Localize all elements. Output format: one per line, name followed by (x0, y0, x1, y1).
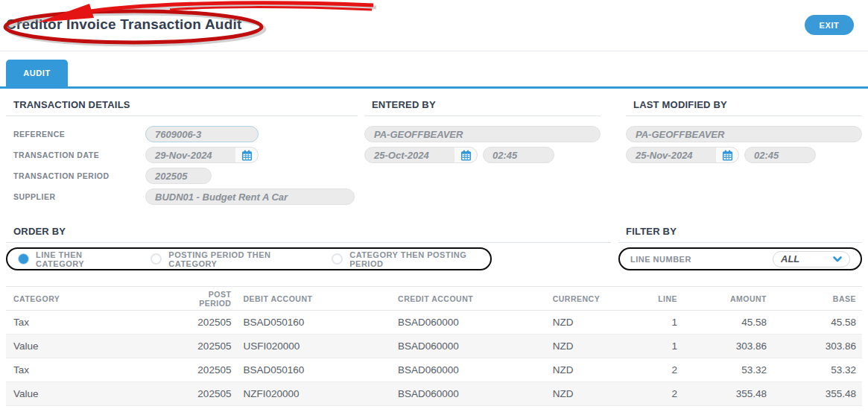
cell-amount: 303.86 (683, 335, 773, 358)
cell-currency: NZD (547, 311, 637, 335)
summary-sections: TRANSACTION DETAILS REFERENCE 7609006-3 … (6, 99, 862, 209)
audit-table: CATEGORY POST PERIOD DEBIT ACCOUNT CREDI… (6, 286, 862, 406)
table-header-row: CATEGORY POST PERIOD DEBIT ACCOUNT CREDI… (6, 287, 862, 311)
cell-line: 1 (637, 335, 683, 358)
cell-category: Tax (6, 311, 168, 335)
reference-field-row: REFERENCE 7609006-3 (6, 126, 358, 142)
last-modified-date-value: 25-Nov-2024 (636, 150, 693, 161)
cell-post-period: 202505 (168, 382, 238, 406)
last-modified-by-heading: LAST MODIFIED BY (626, 99, 862, 116)
content-area: TRANSACTION DETAILS REFERENCE 7609006-3 … (0, 89, 868, 406)
filter-by-group: LINE NUMBER ALL (618, 247, 862, 270)
cell-base: 355.48 (773, 382, 862, 406)
tab-audit[interactable]: AUDIT (6, 60, 68, 86)
transaction-details-heading: TRANSACTION DETAILS (6, 99, 358, 116)
col-category: CATEGORY (6, 287, 168, 311)
cell-category: Value (6, 382, 168, 406)
col-base: BASE (773, 287, 862, 311)
audit-table-body: Tax 202505 BSAD050160 BSAD060000 NZD 1 4… (6, 311, 862, 406)
filter-by-section: FILTER BY LINE NUMBER ALL (618, 226, 862, 270)
table-row: Tax 202505 BSAD050160 BSAD060000 NZD 1 4… (6, 311, 862, 335)
cell-credit-account: BSAD060000 (392, 311, 547, 335)
cell-amount: 53.32 (683, 358, 773, 382)
order-by-options-group: LINE THEN CATEGORY POSTING PERIOD THEN C… (6, 247, 492, 270)
radio-label: POSTING PERIOD THEN CATEGORY (168, 250, 299, 268)
last-modified-user-field: PA-GEOFFBEAVER (626, 126, 862, 142)
entered-by-time-value: 02:45 (492, 150, 517, 161)
radio-label: LINE THEN CATEGORY (36, 250, 118, 268)
radio-unselected-icon[interactable] (332, 253, 343, 264)
line-number-dropdown-value: ALL (781, 253, 799, 264)
order-by-heading: ORDER BY (6, 226, 611, 243)
cell-currency: NZD (547, 382, 637, 406)
cell-category: Value (6, 335, 168, 358)
cell-post-period: 202505 (168, 358, 238, 382)
creditor-invoice-transaction-audit-page: Creditor Invoice Transaction Audit EXIT … (0, 0, 868, 415)
calendar-icon[interactable] (716, 148, 738, 162)
radio-category-then-posting-period[interactable]: CATEGORY THEN POSTING PERIOD (332, 250, 480, 268)
order-filter-row: ORDER BY LINE THEN CATEGORY POSTING PERI… (6, 226, 862, 270)
cell-line: 1 (637, 311, 683, 335)
entered-by-user-field: PA-GEOFFBEAVER (364, 126, 601, 142)
exit-button[interactable]: EXIT (805, 15, 854, 35)
cell-base: 303.86 (773, 335, 862, 358)
page-header: Creditor Invoice Transaction Audit EXIT (0, 0, 868, 51)
col-post-period: POST PERIOD (168, 287, 238, 311)
last-modified-time-value: 02:45 (754, 150, 779, 161)
last-modified-user-row: PA-GEOFFBEAVER (626, 126, 862, 142)
entered-by-section: ENTERED BY PA-GEOFFBEAVER 25-Oct-2024 02… (364, 99, 601, 209)
cell-debit-account: BSAD050160 (237, 358, 392, 382)
reference-label: REFERENCE (6, 130, 145, 139)
last-modified-user-value: PA-GEOFFBEAVER (636, 129, 724, 140)
col-amount: AMOUNT (683, 287, 773, 311)
last-modified-date-field: 25-Nov-2024 (626, 147, 739, 163)
calendar-icon[interactable] (235, 148, 258, 162)
transaction-period-field: 202505 (145, 168, 212, 184)
radio-unselected-icon[interactable] (151, 253, 162, 264)
cell-base: 45.58 (773, 311, 862, 335)
last-modified-by-section: LAST MODIFIED BY PA-GEOFFBEAVER 25-Nov-2… (626, 99, 862, 209)
cell-base: 53.32 (773, 358, 862, 382)
transaction-date-label: TRANSACTION DATE (6, 151, 145, 159)
filter-by-heading: FILTER BY (618, 226, 862, 243)
col-currency: CURRENCY (547, 287, 637, 311)
table-row: Value 202505 USFI020000 BSAD060000 NZD 1… (6, 335, 862, 358)
transaction-date-value: 29-Nov-2024 (155, 150, 212, 161)
cell-credit-account: BSAD060000 (392, 358, 547, 382)
last-modified-time-field: 02:45 (744, 147, 816, 163)
col-credit-account: CREDIT ACCOUNT (392, 287, 547, 311)
cell-currency: NZD (547, 335, 637, 358)
cell-line: 2 (637, 382, 683, 406)
transaction-period-label: TRANSACTION PERIOD (6, 171, 145, 180)
calendar-icon[interactable] (454, 148, 477, 162)
entered-by-datetime-row: 25-Oct-2024 02:45 (364, 147, 601, 163)
cell-category: Tax (6, 358, 168, 382)
entered-by-user-row: PA-GEOFFBEAVER (364, 126, 601, 142)
line-number-dropdown[interactable]: ALL (773, 251, 850, 267)
supplier-field: BUDN01 - Budget Rent A Car (145, 189, 355, 205)
audit-table-header: CATEGORY POST PERIOD DEBIT ACCOUNT CREDI… (6, 287, 862, 311)
cell-debit-account: USFI020000 (237, 335, 392, 358)
cell-credit-account: BSAD060000 (392, 335, 547, 358)
supplier-value: BUDN01 - Budget Rent A Car (155, 191, 288, 203)
supplier-field-row: SUPPLIER BUDN01 - Budget Rent A Car (6, 189, 358, 205)
cell-debit-account: BSAD050160 (237, 311, 392, 335)
supplier-label: SUPPLIER (6, 192, 145, 201)
cell-post-period: 202505 (168, 335, 238, 358)
col-debit-account: DEBIT ACCOUNT (237, 287, 392, 311)
tab-bar: AUDIT (0, 60, 868, 89)
cell-amount: 45.58 (683, 311, 773, 335)
radio-selected-icon[interactable] (18, 253, 29, 264)
transaction-details-section: TRANSACTION DETAILS REFERENCE 7609006-3 … (6, 99, 358, 209)
cell-debit-account: NZFI020000 (237, 382, 392, 406)
transaction-date-field: 29-Nov-2024 (145, 147, 259, 163)
radio-label: CATEGORY THEN POSTING PERIOD (349, 250, 480, 268)
entered-by-time-field: 02:45 (483, 147, 554, 163)
cell-post-period: 202505 (168, 311, 238, 335)
radio-posting-period-then-category[interactable]: POSTING PERIOD THEN CATEGORY (151, 250, 299, 268)
order-by-section: ORDER BY LINE THEN CATEGORY POSTING PERI… (6, 226, 611, 270)
radio-line-then-category[interactable]: LINE THEN CATEGORY (18, 250, 118, 268)
cell-credit-account: BSAD060000 (392, 382, 547, 406)
entered-by-heading: ENTERED BY (364, 99, 601, 116)
reference-field: 7609006-3 (145, 126, 259, 142)
